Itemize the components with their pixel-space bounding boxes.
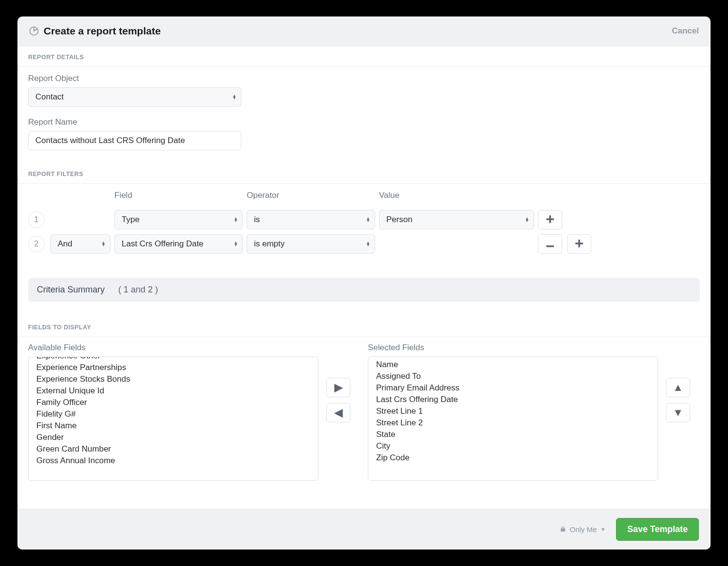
minus-icon (546, 238, 554, 250)
list-item[interactable]: Experience Stocks Bonds (29, 373, 318, 385)
triangle-left-icon: ◀ (334, 406, 343, 419)
modal-header: Create a report template Cancel (17, 16, 711, 46)
criteria-summary-label: Criteria Summary (37, 285, 105, 295)
filter-operator-select[interactable]: is (247, 210, 375, 229)
svg-rect-2 (546, 218, 554, 220)
filter-row: 2And▲▼Last Crs Offering Date▲▼is empty▲▼ (28, 234, 700, 254)
move-down-button[interactable]: ▼ (666, 403, 690, 422)
plus-icon (546, 213, 554, 226)
report-object-label: Report Object (28, 74, 700, 83)
list-item[interactable]: Gender (29, 432, 318, 443)
list-item[interactable]: State (368, 429, 658, 440)
privacy-label: Only Me (570, 525, 597, 534)
list-item[interactable]: City (368, 440, 658, 452)
list-item[interactable]: Street Line 1 (368, 405, 658, 417)
move-right-button[interactable]: ▶ (326, 378, 350, 397)
svg-rect-5 (575, 243, 583, 244)
list-item[interactable]: Green Card Number (29, 443, 318, 455)
list-item[interactable]: Family Officer (29, 397, 318, 408)
filter-value-select[interactable]: Person (379, 210, 534, 229)
report-name-label: Report Name (28, 117, 700, 127)
cancel-button[interactable]: Cancel (672, 26, 699, 36)
col-value-label: Value (379, 191, 534, 200)
list-item[interactable]: Zip Code (368, 452, 658, 464)
save-template-button[interactable]: Save Template (616, 518, 699, 541)
criteria-summary-expr: ( 1 and 2 ) (118, 285, 158, 295)
filter-conjunction-select[interactable]: And (50, 234, 111, 254)
filter-row: 1Type▲▼is▲▼Person▲▼ (28, 210, 700, 229)
filter-operator-select[interactable]: is empty (247, 234, 375, 254)
list-item[interactable]: Experience Partnerships (29, 362, 318, 373)
triangle-down-icon: ▼ (673, 406, 683, 419)
move-left-button[interactable]: ◀ (326, 403, 350, 422)
list-item[interactable]: Street Line 2 (368, 417, 658, 429)
list-item[interactable]: External Unique Id (29, 385, 318, 397)
selected-fields-label: Selected Fields (368, 343, 658, 353)
list-item[interactable]: First Name (29, 420, 318, 432)
triangle-right-icon: ▶ (334, 381, 343, 394)
triangle-up-icon: ▲ (673, 381, 683, 394)
col-field-label: Field (114, 191, 243, 200)
add-filter-button[interactable] (567, 234, 591, 254)
available-fields-label: Available Fields (28, 343, 318, 353)
pie-chart-icon (29, 26, 39, 36)
modal-title: Create a report template (44, 25, 161, 37)
chevron-down-icon: ▼ (601, 527, 605, 532)
add-filter-button[interactable] (538, 210, 562, 229)
remove-filter-button[interactable] (538, 234, 562, 254)
available-fields-list[interactable]: Experience OtherExperience PartnershipsE… (28, 356, 318, 481)
filter-field-select[interactable]: Type (114, 210, 243, 229)
filter-field-select[interactable]: Last Crs Offering Date (114, 234, 243, 254)
list-item[interactable]: Assigned To (368, 371, 658, 382)
selected-fields-list[interactable]: NameAssigned ToPrimary Email AddressLast… (368, 356, 658, 481)
section-header-details: REPORT DETAILS (17, 46, 711, 67)
plus-icon (575, 238, 583, 250)
modal-body: REPORT DETAILS Report Object Contact ▲▼ … (17, 46, 711, 509)
report-name-input[interactable] (28, 131, 241, 150)
report-object-select[interactable]: Contact (28, 87, 241, 107)
col-operator-label: Operator (247, 191, 375, 200)
filter-row-number: 1 (28, 211, 45, 228)
list-item[interactable]: Last Crs Offering Date (368, 394, 658, 405)
svg-rect-3 (546, 245, 554, 247)
list-item[interactable]: Experience Other (29, 356, 318, 362)
list-item[interactable]: Name (368, 359, 658, 371)
modal: Create a report template Cancel REPORT D… (17, 16, 711, 550)
section-header-fields: FIELDS TO DISPLAY (17, 316, 711, 337)
move-up-button[interactable]: ▲ (666, 378, 690, 397)
section-header-filters: REPORT FILTERS (17, 163, 711, 184)
criteria-summary: Criteria Summary ( 1 and 2 ) (28, 278, 700, 302)
lock-icon (560, 525, 566, 534)
list-item[interactable]: Fidelity G# (29, 408, 318, 420)
filter-row-number: 2 (28, 236, 45, 252)
modal-footer: Only Me ▼ Save Template (17, 509, 711, 550)
list-item[interactable]: Primary Email Address (368, 382, 658, 394)
privacy-toggle[interactable]: Only Me ▼ (560, 525, 606, 534)
list-item[interactable]: Gross Annual Income (29, 455, 318, 467)
